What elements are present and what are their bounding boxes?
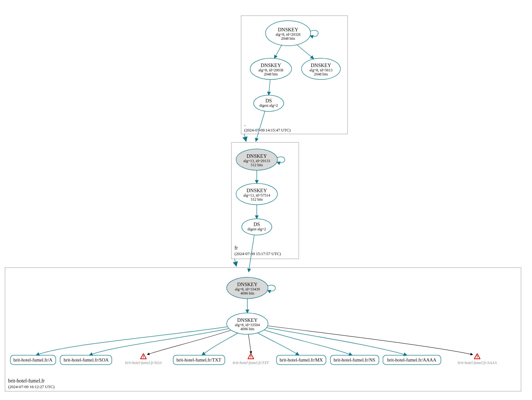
svg-text:brit-hotel-fumel.fr/NS: brit-hotel-fumel.fr/NS: [334, 357, 375, 362]
svg-text:alg=8, id=20038: alg=8, id=20038: [258, 68, 283, 72]
svg-text:brit-hotel-fumel.fr/SOA: brit-hotel-fumel.fr/SOA: [125, 361, 162, 365]
svg-text:2048 bits: 2048 bits: [264, 72, 278, 76]
edge-leaf-ksk-self: [267, 285, 276, 291]
zone-root-time: (2024-07-09 14:15:47 UTC): [244, 128, 291, 132]
node-fr-ksk: DNSKEY alg=13, id=29133 512 bits: [236, 149, 285, 170]
svg-text:brit-hotel-fumel.fr/SOA: brit-hotel-fumel.fr/SOA: [64, 357, 109, 362]
svg-text:alg=8, id=5613: alg=8, id=5613: [309, 68, 333, 72]
edge-root-ksk-self: [310, 30, 318, 37]
edge-rootzsk1-ds: [269, 79, 270, 95]
zone-fr-label: fr: [235, 245, 238, 250]
svg-text:brit-hotel-fumel.fr/AAAA: brit-hotel-fumel.fr/AAAA: [387, 357, 436, 362]
svg-text:512 bits: 512 bits: [251, 197, 263, 202]
edge-rootksk-zsk1: [274, 45, 282, 59]
edge-zsk-aaaa: [267, 328, 407, 355]
svg-text:brit-hotel-fumel.fr/A: brit-hotel-fumel.fr/A: [13, 357, 53, 362]
svg-text:alg=8, id=33504: alg=8, id=33504: [235, 323, 260, 327]
edge-zsk-a: [36, 327, 227, 355]
svg-text:brit-hotel-fumel.fr/TXT: brit-hotel-fumel.fr/TXT: [233, 361, 269, 365]
svg-text:alg=8, id=33439: alg=8, id=33439: [235, 287, 260, 291]
rr-a: brit-hotel-fumel.fr/A: [10, 355, 56, 365]
warn-soa: brit-hotel-fumel.fr/SOA: [125, 354, 162, 365]
zone-leaf-time: (2024-07-09 16:12:27 UTC): [8, 384, 54, 389]
svg-text:512 bits: 512 bits: [251, 163, 263, 167]
node-leaf-ksk: DNSKEY alg=8, id=33439 4096 bits: [227, 277, 276, 299]
rr-aaaa: brit-hotel-fumel.fr/AAAA: [383, 355, 441, 365]
svg-text:4096 bits: 4096 bits: [240, 327, 255, 331]
svg-text:4096 bits: 4096 bits: [240, 291, 255, 295]
edge-zsk-warn-aaaa: [268, 326, 473, 355]
node-root-ds: DS digest alg=2: [254, 95, 284, 111]
svg-text:DS: DS: [254, 222, 260, 227]
edge-fr-leaf-zone: [235, 259, 236, 266]
edge-zsk-mx: [257, 333, 299, 355]
svg-text:brit-hotel-fumel.fr/TXT: brit-hotel-fumel.fr/TXT: [177, 357, 221, 362]
rr-soa: brit-hotel-fumel.fr/SOA: [60, 355, 112, 365]
warn-txt: brit-hotel-fumel.fr/TXT: [233, 354, 269, 365]
rr-ns: brit-hotel-fumel.fr/NS: [330, 355, 379, 365]
node-leaf-zsk: DNSKEY alg=8, id=33504 4096 bits: [227, 313, 268, 334]
svg-text:alg=13, id=29133: alg=13, id=29133: [243, 159, 270, 163]
node-fr-ds: DS digest alg=2: [242, 219, 272, 235]
edge-rootksk-zsk2: [297, 45, 314, 59]
edge-zsk-txt: [202, 333, 238, 355]
node-fr-zsk: DNSKEY alg=13, id=57514 512 bits: [236, 183, 277, 205]
svg-text:brit-hotel-fumel.fr/MX: brit-hotel-fumel.fr/MX: [280, 357, 323, 362]
node-root-ksk: DNSKEY alg=8, id=20326 2048 bits: [266, 21, 318, 46]
svg-text:DNSKEY: DNSKEY: [261, 63, 281, 68]
warning-icon: [141, 354, 146, 359]
svg-text:brit-hotel-fumel.fr/AAAA: brit-hotel-fumel.fr/AAAA: [458, 361, 497, 365]
edge-root-fr-zone: [244, 134, 246, 141]
svg-text:DNSKEY: DNSKEY: [237, 317, 258, 323]
warning-icon: [474, 354, 480, 359]
edge-fr-ksk-self: [277, 157, 285, 163]
zone-root: . (2024-07-09 14:15:47 UTC) DNSKEY alg=8…: [241, 16, 348, 134]
node-root-zsk2: DNSKEY alg=8, id=5613 2048 bits: [302, 58, 340, 79]
edge-zsk-warn-soa: [147, 330, 231, 355]
zone-fr: fr (2024-07-09 15:17:57 UTC) DNSKEY alg=…: [231, 142, 299, 259]
edge-zsk-soa: [89, 329, 229, 355]
zone-root-label: .: [244, 121, 245, 127]
svg-text:DNSKEY: DNSKEY: [237, 282, 258, 287]
rr-txt: brit-hotel-fumel.fr/TXT: [173, 355, 225, 365]
svg-text:digest alg=2: digest alg=2: [247, 227, 266, 231]
svg-text:DNSKEY: DNSKEY: [247, 153, 267, 159]
svg-text:DS: DS: [266, 98, 272, 103]
svg-text:alg=8, id=20326: alg=8, id=20326: [276, 32, 301, 37]
zone-leaf-label: brit-hotel-fumel.fr: [8, 378, 45, 383]
warning-icon: [248, 354, 254, 359]
warn-aaaa: brit-hotel-fumel.fr/AAAA: [458, 354, 497, 365]
svg-text:2048 bits: 2048 bits: [281, 36, 295, 41]
svg-text:alg=13, id=57514: alg=13, id=57514: [243, 193, 270, 197]
node-root-zsk1: DNSKEY alg=8, id=20038 2048 bits: [250, 58, 292, 79]
edge-zsk-ns: [264, 330, 352, 355]
zone-fr-time: (2024-07-09 15:17:57 UTC): [235, 251, 281, 256]
svg-text:DNSKEY: DNSKEY: [247, 188, 267, 193]
svg-text:DNSKEY: DNSKEY: [311, 63, 331, 68]
svg-text:digest alg=2: digest alg=2: [259, 103, 278, 108]
zone-leaf: brit-hotel-fumel.fr (2024-07-09 16:12:27…: [5, 268, 521, 391]
dnssec-diagram: . (2024-07-09 14:15:47 UTC) DNSKEY alg=8…: [0, 0, 532, 400]
edge-rootds-frksk: [256, 111, 265, 141]
rr-mx: brit-hotel-fumel.fr/MX: [276, 355, 326, 365]
svg-text:DNSKEY: DNSKEY: [278, 27, 298, 32]
svg-text:2048 bits: 2048 bits: [314, 72, 328, 76]
edge-zsk-warn-txt: [248, 334, 251, 354]
